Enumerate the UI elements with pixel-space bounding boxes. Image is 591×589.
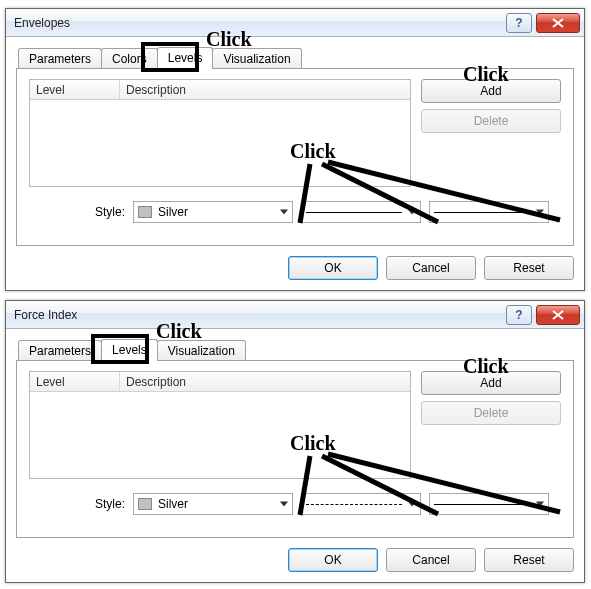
- chevron-down-icon: [280, 502, 288, 507]
- cancel-button-label: Cancel: [412, 261, 449, 275]
- close-button[interactable]: [536, 305, 580, 325]
- list-body[interactable]: [30, 100, 410, 186]
- envelopes-dialog: Envelopes ? Parameters Colors Levels Vis…: [5, 8, 585, 291]
- add-button[interactable]: Add: [421, 79, 561, 103]
- line-style-sample: [306, 212, 402, 213]
- add-button-label: Add: [480, 376, 501, 390]
- titlebar[interactable]: Force Index ?: [6, 301, 584, 329]
- list-body[interactable]: [30, 392, 410, 478]
- tab-visualization[interactable]: Visualization: [157, 340, 246, 361]
- chevron-down-icon: [536, 210, 544, 215]
- chevron-down-icon: [536, 502, 544, 507]
- line-width-sample: [434, 212, 530, 213]
- column-level[interactable]: Level: [30, 372, 120, 391]
- delete-button: Delete: [421, 109, 561, 133]
- help-button[interactable]: ?: [506, 305, 532, 325]
- line-width-combo[interactable]: [429, 493, 549, 515]
- add-button[interactable]: Add: [421, 371, 561, 395]
- column-description[interactable]: Description: [120, 80, 410, 99]
- cancel-button[interactable]: Cancel: [386, 548, 476, 572]
- color-swatch: [138, 498, 152, 510]
- color-swatch: [138, 206, 152, 218]
- tab-strip: Parameters Colors Levels Visualization: [16, 45, 574, 69]
- chevron-down-icon: [408, 210, 416, 215]
- delete-button-label: Delete: [474, 114, 509, 128]
- line-style-sample: [306, 504, 402, 505]
- window-title: Envelopes: [14, 16, 506, 30]
- tab-parameters[interactable]: Parameters: [18, 340, 102, 361]
- delete-button-label: Delete: [474, 406, 509, 420]
- ok-button[interactable]: OK: [288, 256, 378, 280]
- cancel-button[interactable]: Cancel: [386, 256, 476, 280]
- dialog-button-row: OK Cancel Reset: [16, 246, 574, 280]
- line-style-combo[interactable]: [301, 493, 421, 515]
- close-icon: [552, 310, 564, 320]
- titlebar[interactable]: Envelopes ?: [6, 9, 584, 37]
- reset-button-label: Reset: [513, 553, 544, 567]
- list-header: Level Description: [30, 372, 410, 392]
- chevron-down-icon: [280, 210, 288, 215]
- color-name: Silver: [158, 205, 188, 219]
- tab-colors[interactable]: Colors: [101, 48, 158, 69]
- list-header: Level Description: [30, 80, 410, 100]
- tab-visualization[interactable]: Visualization: [212, 48, 301, 69]
- dialog-button-row: OK Cancel Reset: [16, 538, 574, 572]
- help-button[interactable]: ?: [506, 13, 532, 33]
- reset-button-label: Reset: [513, 261, 544, 275]
- ok-button-label: OK: [324, 553, 341, 567]
- levels-listbox[interactable]: Level Description: [29, 79, 411, 187]
- ok-button-label: OK: [324, 261, 341, 275]
- style-label: Style:: [95, 497, 125, 511]
- line-width-combo[interactable]: [429, 201, 549, 223]
- close-icon: [552, 18, 564, 28]
- style-label: Style:: [95, 205, 125, 219]
- color-name: Silver: [158, 497, 188, 511]
- reset-button[interactable]: Reset: [484, 548, 574, 572]
- color-combo[interactable]: Silver: [133, 493, 293, 515]
- ok-button[interactable]: OK: [288, 548, 378, 572]
- force-index-dialog: Force Index ? Parameters Levels Visualiz…: [5, 300, 585, 583]
- chevron-down-icon: [408, 502, 416, 507]
- color-combo[interactable]: Silver: [133, 201, 293, 223]
- tab-panel-levels: Level Description Add Delete Style: Silv…: [16, 360, 574, 538]
- column-level[interactable]: Level: [30, 80, 120, 99]
- cancel-button-label: Cancel: [412, 553, 449, 567]
- delete-button: Delete: [421, 401, 561, 425]
- window-title: Force Index: [14, 308, 506, 322]
- tab-levels[interactable]: Levels: [101, 339, 158, 361]
- tab-parameters[interactable]: Parameters: [18, 48, 102, 69]
- tab-levels[interactable]: Levels: [157, 47, 214, 69]
- tab-strip: Parameters Levels Visualization: [16, 337, 574, 361]
- help-icon: ?: [515, 308, 522, 322]
- tab-panel-levels: Level Description Add Delete Style: Silv…: [16, 68, 574, 246]
- line-width-sample: [434, 504, 530, 505]
- column-description[interactable]: Description: [120, 372, 410, 391]
- help-icon: ?: [515, 16, 522, 30]
- line-style-combo[interactable]: [301, 201, 421, 223]
- levels-listbox[interactable]: Level Description: [29, 371, 411, 479]
- reset-button[interactable]: Reset: [484, 256, 574, 280]
- close-button[interactable]: [536, 13, 580, 33]
- add-button-label: Add: [480, 84, 501, 98]
